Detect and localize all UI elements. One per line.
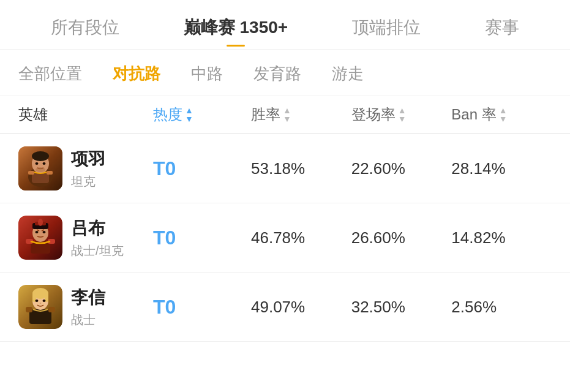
sort-heat-icon: ▲▼ [185, 106, 193, 123]
winrate-val-2: 49.07% [251, 298, 351, 317]
svg-point-9 [36, 167, 45, 172]
svg-point-7 [36, 162, 39, 165]
svg-point-17 [38, 219, 43, 226]
table-row[interactable]: 项羽 坦克 T0 53.18% 22.60% 28.14% [0, 134, 570, 203]
hero-name-xiangyu: 项羽 [71, 148, 105, 171]
svg-rect-3 [28, 171, 34, 175]
pickrate-val-0: 22.60% [351, 159, 452, 178]
svg-point-19 [43, 231, 46, 233]
svg-rect-23 [48, 307, 55, 312]
nav-top-rank[interactable]: 顶端排位 [345, 13, 428, 42]
avatar-lvbu [18, 216, 62, 260]
sort-pickrate-icon: ▲▼ [398, 106, 407, 123]
top-navigation: 所有段位 巅峰赛 1350+ 顶端排位 赛事 [0, 0, 570, 50]
header-pickrate[interactable]: 登场率 ▲▼ [351, 105, 452, 124]
svg-point-28 [36, 300, 39, 302]
pos-mid[interactable]: 中路 [191, 61, 223, 87]
pos-top[interactable]: 对抗路 [113, 61, 160, 87]
hero-info-lvbu: 吕布 战士/坦克 [18, 216, 153, 260]
hero-name-lixin: 李信 [71, 286, 105, 309]
svg-point-6 [32, 151, 49, 161]
winrate-val-1: 46.78% [251, 228, 351, 247]
hero-name-lvbu: 吕布 [71, 217, 124, 240]
winrate-val-0: 53.18% [251, 159, 351, 178]
svg-point-18 [36, 231, 39, 233]
header-banrate[interactable]: Ban 率 ▲▼ [451, 105, 552, 124]
svg-rect-4 [47, 171, 53, 175]
nav-events[interactable]: 赛事 [478, 13, 527, 42]
hero-info-xiangyu: 项羽 坦克 [18, 146, 153, 190]
pos-all[interactable]: 全部位置 [18, 61, 82, 87]
banrate-val-0: 28.14% [451, 159, 552, 178]
nav-all-tiers[interactable]: 所有段位 [43, 13, 127, 42]
pickrate-val-1: 26.60% [351, 228, 452, 247]
sort-banrate-icon: ▲▼ [499, 106, 508, 123]
table-row[interactable]: 吕布 战士/坦克 T0 46.78% 26.60% 14.82% [0, 203, 570, 273]
svg-point-30 [40, 303, 42, 304]
position-tabs: 全部位置 对抗路 中路 发育路 游走 [0, 50, 570, 96]
svg-point-8 [43, 162, 46, 165]
table-header: 英雄 热度 ▲▼ 胜率 ▲▼ 登场率 ▲▼ Ban 率 ▲▼ [0, 96, 570, 134]
pickrate-val-2: 32.50% [351, 298, 452, 317]
hero-type-xiangyu: 坦克 [71, 173, 105, 190]
pos-jungle[interactable]: 发育路 [253, 61, 301, 87]
hero-type-lixin: 战士 [71, 312, 105, 328]
banrate-val-2: 2.56% [451, 298, 552, 317]
pos-roam[interactable]: 游走 [332, 61, 364, 87]
avatar-xiangyu [18, 146, 62, 190]
header-hero: 英雄 [18, 105, 153, 124]
banrate-val-1: 14.82% [451, 228, 552, 247]
heat-val-2: T0 [153, 296, 251, 318]
svg-rect-22 [26, 307, 32, 312]
avatar-lixin [18, 285, 62, 329]
nav-peak-1350[interactable]: 巅峰赛 1350+ [176, 13, 295, 42]
hero-type-lvbu: 战士/坦克 [71, 243, 124, 259]
header-winrate[interactable]: 胜率 ▲▼ [251, 105, 351, 124]
table-row[interactable]: 李信 战士 T0 49.07% 32.50% 2.56% [0, 273, 570, 342]
heat-val-0: T0 [153, 157, 251, 180]
hero-info-lixin: 李信 战士 [18, 285, 153, 329]
svg-point-29 [43, 300, 46, 302]
header-heat[interactable]: 热度 ▲▼ [153, 105, 251, 124]
sort-winrate-icon: ▲▼ [283, 106, 291, 123]
heat-val-1: T0 [153, 227, 251, 249]
